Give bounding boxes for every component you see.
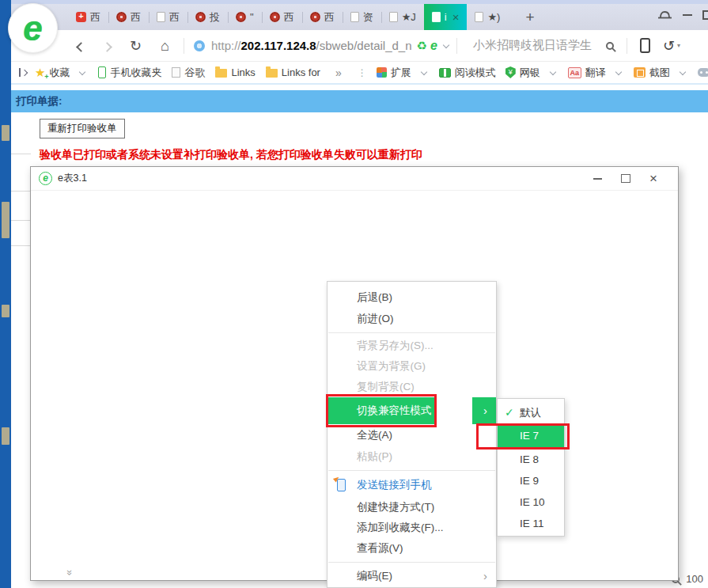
browser-logo[interactable]: e xyxy=(8,3,58,53)
address-bar: ↻ ⌂ http://202.117.124.8/sbweb/detail_d_… xyxy=(11,30,708,62)
browser-tab-active[interactable]: i× xyxy=(424,4,468,30)
submenu-arrow-icon: › xyxy=(483,565,487,587)
games-button[interactable]: 游戏 xyxy=(698,66,708,80)
minimize-window-icon[interactable] xyxy=(683,14,692,16)
menu-item-paste: 粘贴(P) xyxy=(327,446,496,467)
home-button[interactable]: ⌂ xyxy=(151,39,179,53)
browser-tab[interactable]: 资 xyxy=(343,4,381,30)
translate-button[interactable]: 翻译 xyxy=(568,66,624,80)
divider xyxy=(456,38,457,54)
browser-tab[interactable]: 投 xyxy=(187,4,228,30)
dialog-collapse-icon[interactable]: » xyxy=(64,570,76,575)
desktop-icon-fragment xyxy=(2,305,9,317)
browser-tab[interactable]: 西 xyxy=(262,4,302,30)
extensions-button[interactable]: 扩展 xyxy=(377,66,430,80)
mobile-view-icon[interactable] xyxy=(640,38,650,53)
browser-tab[interactable]: 西 xyxy=(302,4,343,30)
menu-item-encoding[interactable]: 编码(E) › xyxy=(327,565,496,587)
submenu-item-ie8[interactable]: IE 8 xyxy=(498,449,564,470)
emblem-favicon-icon xyxy=(195,12,206,22)
back-icon xyxy=(76,42,86,52)
submenu-arrow-icon: › xyxy=(483,397,487,424)
bookmark-links-for-folder[interactable]: Links for xyxy=(266,66,320,78)
bookmark-links-folder[interactable]: Links xyxy=(215,66,255,78)
compat-engine-icon[interactable]: e xyxy=(430,39,437,53)
browser-tab[interactable]: " xyxy=(228,4,262,30)
menu-item-label: 发送链接到手机 xyxy=(357,479,432,491)
dialog-title: e表3.1 xyxy=(58,172,87,185)
shield-yuan-icon xyxy=(505,66,516,78)
new-tab-button[interactable]: + xyxy=(519,9,540,26)
undo-closed-tab-icon[interactable]: ↺ xyxy=(663,37,675,54)
browser-tab[interactable]: ★) xyxy=(467,4,508,30)
warning-text: 验收单已打印或者系统未设置补打印验收单, 若您打印验收单失败可以重新打印 xyxy=(40,148,422,162)
tab-label: 西 xyxy=(131,10,141,25)
reading-mode-button[interactable]: 阅读模式 xyxy=(439,66,496,80)
desktop-icon-fragment xyxy=(2,125,9,141)
submenu-item-ie7[interactable]: IE 7 xyxy=(498,423,564,449)
toolbar-extensions-area: ⋮ 扩展 阅读模式 网银 翻译 截图 游戏 登录 xyxy=(346,66,708,80)
menu-item-switch-compatibility-mode[interactable]: 切换兼容性模式 › xyxy=(327,397,496,424)
screenshot-icon xyxy=(634,67,646,78)
bookmark-label: Links for xyxy=(282,66,320,78)
chevron-down-icon xyxy=(79,68,85,74)
maximize-window-icon[interactable] xyxy=(702,10,708,20)
sidebar-toggle-icon[interactable] xyxy=(19,68,27,77)
dialog-minimize-icon[interactable] xyxy=(593,178,602,180)
submenu-item-ie11[interactable]: IE 11 xyxy=(498,513,564,534)
tab-label: 西 xyxy=(324,10,335,25)
engine-dropdown-icon[interactable] xyxy=(443,41,449,47)
refresh-button[interactable]: ↻ xyxy=(120,39,151,53)
favorites-menu[interactable]: ★收藏 xyxy=(35,66,88,80)
site-info-icon[interactable] xyxy=(194,40,205,51)
menu-separator xyxy=(328,562,495,563)
desktop-icon-fragment xyxy=(2,202,9,238)
submenu-item-ie10[interactable]: IE 10 xyxy=(498,491,564,513)
dialog-title-bar[interactable]: e e表3.1 × xyxy=(31,167,678,191)
tool-label: 扩展 xyxy=(391,66,411,80)
submenu-item-label: 默认 xyxy=(520,407,541,419)
menu-item-create-shortcut[interactable]: 创建快捷方式(T) xyxy=(327,497,496,518)
menu-item-view-source[interactable]: 查看源(V) xyxy=(327,538,496,559)
favorites-label: 收藏 xyxy=(49,66,70,80)
emblem-favicon-icon xyxy=(270,12,280,22)
dialog-maximize-icon[interactable] xyxy=(621,174,630,183)
menu-item-send-link-to-phone[interactable]: 发送链接到手机 xyxy=(327,473,496,497)
tool-label: 网银 xyxy=(520,66,540,80)
search-suggestion-text[interactable]: 小米招聘歧视日语学生 xyxy=(473,38,592,53)
browser-tab[interactable]: ★J xyxy=(381,4,424,30)
submenu-item-default[interactable]: ✓ 默认 xyxy=(498,402,564,423)
send-to-phone-icon xyxy=(337,479,346,491)
menu-item-back[interactable]: 后退(B) xyxy=(327,286,496,309)
dialog-close-icon[interactable]: × xyxy=(649,172,657,185)
browser-tab[interactable]: 西 xyxy=(108,4,149,30)
back-button[interactable] xyxy=(68,39,94,53)
tab-label: i xyxy=(445,11,447,23)
browser-tab[interactable]: 西 xyxy=(149,4,187,30)
menu-item-add-to-favorites[interactable]: 添加到收藏夹(F)... xyxy=(327,518,496,538)
close-tab-icon[interactable]: × xyxy=(452,10,460,24)
skin-hat-icon[interactable] xyxy=(657,9,672,21)
submenu-item-ie9[interactable]: IE 9 xyxy=(498,470,564,491)
forward-button[interactable] xyxy=(94,39,120,53)
speed-mode-icon[interactable]: ♻ xyxy=(417,39,427,53)
tab-bar: 西 西 西 投 " 西 西 资 ★J i× ★) + xyxy=(11,0,708,30)
divider xyxy=(627,38,627,54)
online-banking-button[interactable]: 网银 xyxy=(505,66,558,80)
menu-separator xyxy=(328,332,495,333)
undo-dropdown-icon[interactable]: ▾ xyxy=(677,42,680,49)
browser-tab[interactable]: 西 xyxy=(68,4,108,30)
dialog-app-icon: e xyxy=(39,172,52,185)
search-icon[interactable] xyxy=(606,42,614,50)
folder-icon xyxy=(215,69,227,78)
bookmark-google[interactable]: 谷歌 xyxy=(172,66,205,80)
url-field[interactable]: http://202.117.124.8/sbweb/detail_d_n xyxy=(211,39,412,52)
menu-item-forward[interactable]: 前进(O) xyxy=(327,309,496,329)
bookmark-mobile-folder[interactable]: 手机收藏夹 xyxy=(98,66,161,80)
emblem-favicon-icon xyxy=(236,12,246,22)
screenshot-button[interactable]: 截图 xyxy=(634,66,688,80)
reprint-receipt-button[interactable]: 重新打印验收单 xyxy=(40,119,125,138)
table-border-line xyxy=(11,191,31,192)
menu-item-select-all[interactable]: 全选(A) xyxy=(327,424,496,446)
bookmarks-overflow-icon[interactable]: » xyxy=(335,66,342,79)
